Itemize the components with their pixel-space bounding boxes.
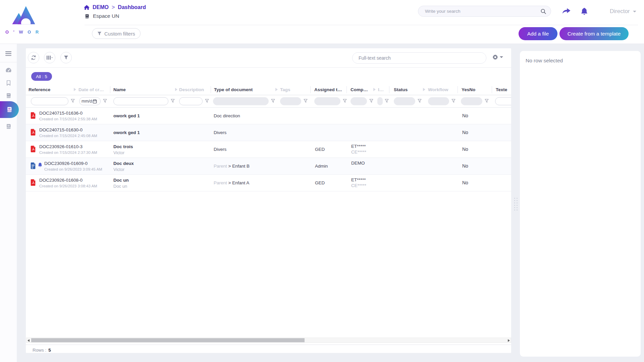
custom-filters-button[interactable]: Custom filters (92, 28, 141, 39)
row-document-type: Parent > Enfant B (214, 164, 250, 169)
col-header-description[interactable]: Description (179, 87, 204, 92)
home-icon[interactable] (84, 5, 90, 10)
filter-input-texte-field[interactable] (495, 98, 512, 105)
filter-input-reference-field[interactable] (31, 98, 68, 105)
column-separator (458, 86, 458, 93)
pdf-file-icon (30, 112, 36, 119)
rows-count-status: Rows :5 (33, 348, 51, 353)
create-from-template-button[interactable]: Create from a template (559, 27, 629, 40)
type-child: > Enfant A (228, 180, 250, 185)
sort-arrow-icon (175, 88, 177, 91)
scroll-left-arrow-icon[interactable] (28, 339, 30, 342)
col-header-reference[interactable]: Reference (29, 87, 50, 92)
filter-funnel-icon[interactable] (103, 99, 107, 103)
row-created-date: Created on 9/26/2023 3:08:43 AM (39, 184, 97, 188)
breadcrumb-current[interactable]: Dashboard (118, 4, 146, 10)
scroll-right-arrow-icon[interactable] (508, 339, 510, 342)
col-header-texte[interactable]: Texte (496, 87, 507, 92)
type-parent: Parent (214, 164, 227, 169)
sidebar-item-dashboard[interactable] (0, 64, 17, 76)
col-header-status[interactable]: Status (394, 87, 408, 92)
filter-funnel-icon[interactable] (418, 99, 422, 103)
table-row[interactable]: DOC240715-01630-0 Created on 7/15/2024 2… (26, 124, 512, 141)
sort-arrow-icon (74, 88, 76, 91)
workspace-row: Espace UN (85, 13, 119, 19)
breadcrumb-root[interactable]: DEMO (93, 4, 109, 10)
sort-arrow-icon (373, 88, 376, 91)
col-header-i[interactable]: I… (378, 87, 384, 92)
filter-funnel-icon[interactable] (271, 99, 275, 103)
notifications-button[interactable] (579, 6, 590, 16)
row-reference: DOC230926-01608-0 (39, 178, 83, 183)
filter-funnel-icon[interactable] (485, 99, 489, 103)
col-header-assigned-to[interactable]: Assigned t… (314, 87, 342, 92)
pdf-file-icon (30, 145, 36, 153)
panel-resize-handle[interactable] (514, 197, 518, 210)
sidebar-item-ged-active[interactable] (0, 101, 19, 118)
columns-icon (46, 55, 53, 60)
col-header-yesno[interactable]: YesNo (462, 87, 475, 92)
filter-input-name-field[interactable] (114, 98, 168, 105)
search-icon[interactable] (540, 8, 546, 16)
tab-all-count[interactable]: All : 5 (31, 72, 52, 81)
table-settings-button[interactable] (492, 54, 503, 60)
row-document-type: Parent > Enfant A (214, 180, 249, 185)
funnel-icon (97, 32, 102, 36)
refresh-icon (31, 55, 36, 60)
row-reference: DOC240715-01636-0 (39, 111, 83, 116)
row-reference: DOC230926-01609-0 (44, 161, 88, 166)
filter-funnel-icon[interactable] (171, 99, 175, 103)
filter-funnel-icon[interactable] (451, 99, 455, 103)
row-created-date: Created on 7/15/2024 2:37:30 AM (39, 150, 97, 155)
filter-funnel-icon[interactable] (385, 99, 389, 103)
sidebar-menu-toggle[interactable] (0, 48, 17, 60)
scrollbar-thumb[interactable] (31, 338, 305, 342)
table-row[interactable]: DOC230926-01609-0 Created on 9/26/2023 3… (26, 158, 512, 175)
global-search-input[interactable] (418, 6, 551, 16)
filter-funnel-icon[interactable] (71, 99, 75, 103)
column-separator (346, 86, 347, 93)
column-separator (110, 86, 110, 93)
calendar-icon (93, 99, 97, 104)
filter-button[interactable] (60, 52, 72, 63)
documents-table-card: All : 5 Reference Date of cr… Name Descr… (25, 48, 512, 353)
col-header-company[interactable]: Comp… (351, 87, 368, 92)
filter-funnel-icon[interactable] (205, 99, 209, 103)
horizontal-scrollbar[interactable] (26, 338, 511, 343)
sidebar-item-archive[interactable] (0, 120, 17, 132)
row-assigned-to: GED (315, 147, 325, 152)
col-header-tags[interactable]: Tags (280, 87, 290, 92)
table-row[interactable]: DOC230926-01610-3 Created on 7/15/2024 2… (26, 141, 512, 158)
table-row[interactable]: DOC240715-01636-0 Created on 7/15/2024 2… (26, 108, 512, 124)
column-separator (211, 86, 211, 93)
share-button[interactable] (561, 6, 572, 16)
gauge-icon (5, 67, 12, 73)
filter-funnel-icon[interactable] (369, 99, 373, 103)
user-role-menu[interactable]: Director (610, 8, 636, 15)
row-name: owork ged 1 (113, 130, 140, 135)
filter-input-date[interactable]: mm/d (79, 97, 101, 105)
filter-funnel-icon[interactable] (343, 99, 347, 103)
col-header-workflow[interactable]: Workflow (428, 87, 448, 92)
filter-input-description-field[interactable] (179, 98, 202, 105)
app-logo[interactable]: O ' W O R K (5, 3, 43, 35)
fulltext-search-input[interactable] (353, 53, 486, 63)
col-header-date-created[interactable]: Date of cr… (78, 87, 104, 92)
sidebar-item-bookmarks[interactable] (0, 77, 17, 89)
toolbar-divider (26, 67, 512, 68)
row-company: DEMO (351, 161, 365, 166)
row-document-type: Divers (214, 130, 226, 135)
refresh-button[interactable] (28, 52, 39, 63)
add-file-button[interactable]: Add a file (519, 27, 557, 40)
col-header-type[interactable]: Type of document (214, 87, 253, 92)
table-row[interactable]: DOC230926-01608-0 Created on 9/26/2023 3… (26, 175, 512, 191)
footer-divider (26, 345, 512, 345)
col-header-name[interactable]: Name (113, 87, 126, 92)
filter-funnel-icon[interactable] (304, 99, 308, 103)
no-row-selected-message: No row selected (520, 51, 641, 70)
custom-filters-label: Custom filters (104, 31, 135, 37)
sidebar-item-documents[interactable] (0, 89, 17, 102)
header-divider (85, 25, 638, 25)
row-created-date: Created on 9/26/2023 3:09:45 AM (44, 167, 102, 171)
column-settings-button[interactable] (44, 52, 55, 63)
